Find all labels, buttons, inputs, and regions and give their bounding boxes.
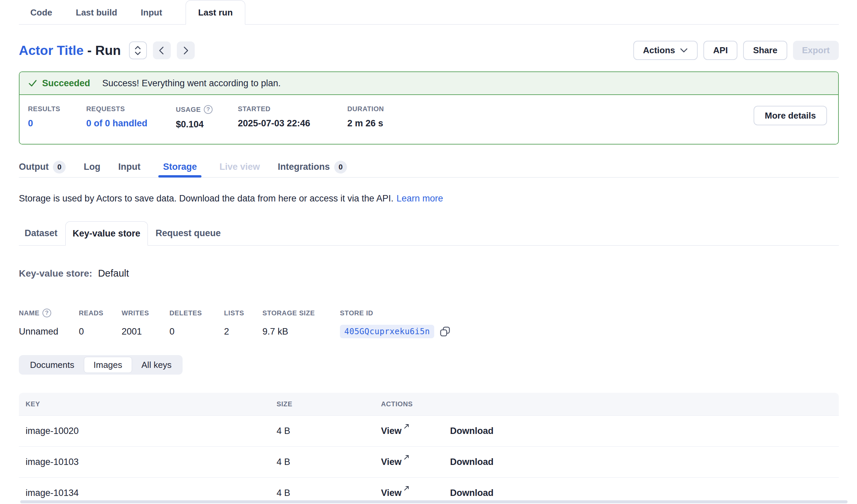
tab-dataset[interactable]: Dataset: [19, 221, 65, 245]
kv-value-reads: 0: [79, 326, 122, 337]
output-count-badge: 0: [53, 161, 66, 173]
api-button[interactable]: API: [703, 41, 737, 60]
view-link-label: View: [381, 457, 402, 467]
run-status-card: Succeeded Success! Everything went accor…: [19, 71, 839, 145]
tab-code[interactable]: Code: [30, 1, 52, 24]
keys-table: KEY SIZE ACTIONS image-10020 4 B View: [19, 393, 839, 504]
tab-integrations-label: Integrations: [278, 162, 330, 172]
filter-all-keys[interactable]: All keys: [132, 357, 181, 373]
chevron-left-icon: [157, 46, 166, 55]
title-actions: Actions API Share Export: [633, 41, 839, 60]
stat-results-label: RESULTS: [28, 105, 86, 113]
run-selector-button[interactable]: [129, 41, 147, 59]
stat-usage-value: $0.104: [176, 119, 238, 130]
download-link[interactable]: Download: [450, 457, 493, 467]
download-link[interactable]: Download: [450, 488, 493, 498]
share-button[interactable]: Share: [743, 41, 787, 60]
chevron-right-icon: [181, 46, 190, 55]
tab-input[interactable]: Input: [141, 1, 162, 24]
usage-help-icon[interactable]: ?: [204, 105, 213, 114]
status-banner: Succeeded Success! Everything went accor…: [19, 72, 838, 95]
stat-requests-value[interactable]: 0 of 0 handled: [86, 118, 176, 129]
table-row: image-10103 4 B View Download: [19, 447, 839, 478]
kv-header-store-id: STORE ID: [340, 309, 373, 317]
stat-requests-label: REQUESTS: [86, 105, 176, 113]
external-link-icon: [403, 485, 410, 491]
row-key: image-10134: [19, 488, 276, 498]
previous-run-button[interactable]: [153, 41, 171, 59]
header-key: KEY: [19, 400, 276, 408]
kv-store-name-line: Key-value store: Default: [19, 268, 839, 279]
kv-value-storage-size: 9.7 kB: [263, 326, 340, 337]
stat-started-value: 2025-07-03 22:46: [238, 118, 347, 129]
tab-last-build[interactable]: Last build: [76, 1, 117, 24]
storage-description-text: Storage is used by Actors to save data. …: [19, 194, 393, 203]
next-run-button[interactable]: [177, 41, 195, 59]
key-filter-segmented-control: Documents Images All keys: [19, 355, 183, 375]
status-message: Success! Everything went according to pl…: [102, 78, 281, 89]
export-button[interactable]: Export: [793, 41, 839, 60]
horizontal-scrollbar[interactable]: [20, 500, 847, 503]
page-title: Actor Title - Run: [19, 43, 121, 58]
title-row: Actor Title - Run: [19, 41, 839, 60]
kv-value-writes: 2001: [122, 326, 169, 337]
copy-icon: [439, 326, 451, 337]
chevron-up-down-icon: [133, 46, 142, 55]
tab-last-run[interactable]: Last run: [186, 0, 245, 24]
row-size: 4 B: [276, 426, 381, 436]
actions-button[interactable]: Actions: [633, 41, 698, 60]
learn-more-link[interactable]: Learn more: [397, 194, 443, 203]
stat-requests: REQUESTS 0 of 0 handled: [86, 105, 176, 130]
actor-title-link[interactable]: Actor Title: [19, 43, 84, 57]
row-key: image-10020: [19, 426, 276, 436]
store-id-value[interactable]: 405GQcuprxeku6i5n: [340, 325, 434, 338]
view-link[interactable]: View: [381, 426, 410, 436]
row-key: image-10103: [19, 457, 276, 467]
stat-started: STARTED 2025-07-03 22:46: [238, 105, 347, 130]
stat-started-label: STARTED: [238, 105, 347, 113]
tab-output[interactable]: Output 0: [19, 157, 66, 177]
tab-output-label: Output: [19, 162, 49, 172]
tab-run-input[interactable]: Input: [118, 157, 140, 177]
external-link-icon: [403, 423, 410, 430]
stat-duration: DURATION 2 m 26 s: [347, 105, 384, 130]
run-detail-tabs: Output 0 Log Input Storage Live view Int…: [19, 157, 839, 178]
chevron-down-icon: [680, 48, 688, 53]
more-details-button[interactable]: More details: [754, 106, 827, 125]
integrations-count-badge: 0: [334, 161, 347, 173]
kv-header-lists: LISTS: [224, 309, 263, 317]
view-link[interactable]: View: [381, 457, 410, 467]
keys-table-header: KEY SIZE ACTIONS: [19, 393, 839, 416]
header-actions: ACTIONS: [381, 400, 450, 408]
header-size: SIZE: [276, 400, 381, 408]
kv-store-stats: NAME ? READS WRITES DELETES LISTS STORAG…: [19, 308, 839, 339]
kv-header-reads: READS: [79, 309, 122, 317]
kv-value-lists: 2: [224, 326, 263, 337]
stat-results-value[interactable]: 0: [28, 118, 86, 129]
tab-request-queue[interactable]: Request queue: [148, 221, 229, 245]
filter-images[interactable]: Images: [84, 357, 132, 373]
filter-documents[interactable]: Documents: [20, 357, 84, 373]
tab-log[interactable]: Log: [84, 157, 100, 177]
view-link-label: View: [381, 426, 402, 436]
status-badge: Succeeded: [42, 78, 90, 89]
tab-key-value-store[interactable]: Key-value store: [65, 221, 148, 246]
copy-store-id-button[interactable]: [439, 326, 451, 337]
stat-duration-value: 2 m 26 s: [347, 118, 384, 129]
storage-type-tabs: Dataset Key-value store Request queue: [19, 221, 839, 246]
stat-results: RESULTS 0: [28, 105, 86, 130]
tab-storage[interactable]: Storage: [158, 157, 202, 177]
kv-value-deletes: 0: [169, 326, 224, 337]
view-link[interactable]: View: [381, 488, 410, 498]
kv-value-name: Unnamed: [19, 326, 79, 337]
stat-usage: USAGE ? $0.104: [176, 105, 238, 130]
kv-header-name: NAME: [19, 309, 39, 317]
stat-duration-label: DURATION: [347, 105, 384, 113]
external-link-icon: [403, 454, 410, 460]
kv-header-writes: WRITES: [122, 309, 169, 317]
row-size: 4 B: [276, 457, 381, 467]
tab-integrations[interactable]: Integrations 0: [278, 157, 347, 177]
run-title-label: - Run: [87, 43, 121, 57]
download-link[interactable]: Download: [450, 426, 493, 436]
name-help-icon[interactable]: ?: [43, 308, 51, 317]
